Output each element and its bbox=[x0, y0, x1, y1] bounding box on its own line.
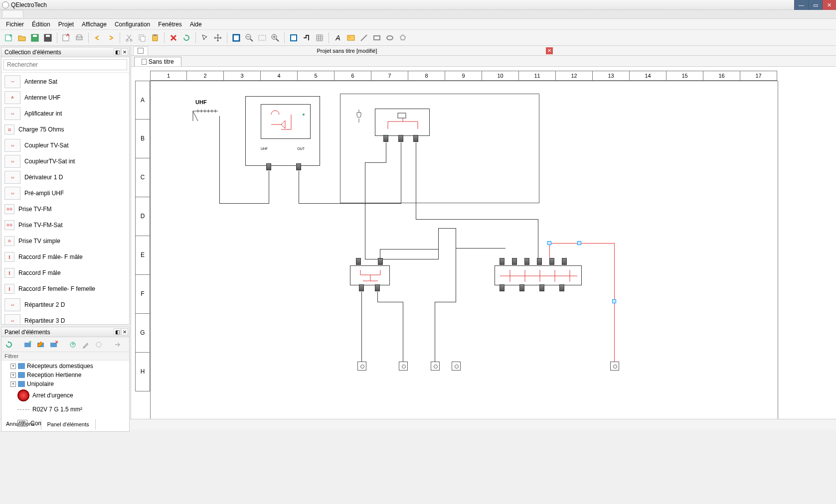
connector[interactable] bbox=[500, 284, 504, 291]
drawing-canvas[interactable]: 1234567891011121314151617 ABCDEFGH UHF bbox=[131, 67, 836, 419]
connector[interactable] bbox=[539, 284, 544, 291]
selection-handle[interactable] bbox=[547, 241, 551, 245]
zoom-in-button[interactable] bbox=[269, 32, 281, 44]
collection-item[interactable]: ▭Coupleur TV-Sat bbox=[1, 137, 129, 153]
panel-undock-button[interactable]: ◧ bbox=[114, 48, 121, 55]
selection-handle[interactable] bbox=[577, 241, 581, 245]
bottom-tab-undo[interactable]: Annulations bbox=[0, 419, 41, 430]
delete-button[interactable] bbox=[167, 32, 179, 44]
bottom-tab-panel-elements[interactable]: Panel d'éléments bbox=[41, 419, 96, 430]
open-button[interactable] bbox=[16, 32, 28, 44]
connector[interactable] bbox=[524, 258, 529, 265]
rotate-button[interactable] bbox=[180, 32, 192, 44]
collection-item[interactable]: ▭Pré-ampli UHF bbox=[1, 185, 129, 201]
connector[interactable] bbox=[266, 163, 271, 170]
fit-window-button[interactable] bbox=[230, 32, 242, 44]
menu-projet[interactable]: Projet bbox=[54, 19, 78, 29]
print-button[interactable] bbox=[73, 32, 85, 44]
polygon-tool-button[interactable] bbox=[397, 32, 409, 44]
collection-item[interactable]: ΩCharge 75 Ohms bbox=[1, 122, 129, 137]
edit-category-button[interactable] bbox=[35, 339, 46, 350]
tree-leaf[interactable]: Arret d'urgence bbox=[3, 388, 127, 402]
connector[interactable] bbox=[375, 284, 380, 291]
panel-undock-button[interactable]: ◧ bbox=[114, 328, 121, 335]
menu-fenetres[interactable]: Fenêtres bbox=[154, 19, 185, 29]
copy-button[interactable] bbox=[136, 32, 148, 44]
save-button[interactable] bbox=[29, 32, 41, 44]
collection-item[interactable]: ‖Raccord F mâle- F mâle bbox=[1, 249, 129, 265]
tree-item[interactable]: +Unipolaire bbox=[3, 379, 127, 388]
tv-outlet[interactable] bbox=[452, 362, 461, 371]
new-project-button[interactable]: + bbox=[3, 32, 15, 44]
splitter-component[interactable] bbox=[375, 109, 430, 136]
edit-element-button[interactable] bbox=[80, 339, 91, 350]
image-tool-button[interactable] bbox=[345, 32, 357, 44]
new-element-button[interactable]: + bbox=[67, 339, 78, 350]
tv-outlet[interactable] bbox=[399, 362, 408, 371]
distributor-4d-component[interactable] bbox=[495, 265, 582, 285]
menu-edition[interactable]: Édition bbox=[28, 19, 54, 29]
ellipse-tool-button[interactable] bbox=[384, 32, 396, 44]
connector[interactable] bbox=[559, 284, 564, 291]
connector[interactable] bbox=[562, 258, 567, 265]
save-as-button[interactable] bbox=[42, 32, 54, 44]
connector[interactable] bbox=[512, 258, 517, 265]
connector[interactable] bbox=[359, 284, 364, 291]
collection-item[interactable]: ▭Aplificateur int bbox=[1, 106, 129, 122]
panel-close-button[interactable]: ✕ bbox=[121, 48, 128, 55]
amplifier-component[interactable]: UHF OUT bbox=[245, 96, 320, 166]
import-element-button[interactable] bbox=[112, 339, 123, 350]
connector[interactable] bbox=[296, 163, 301, 170]
maximize-button[interactable]: ▭ bbox=[808, 0, 822, 10]
undo-button[interactable] bbox=[92, 32, 104, 44]
connector[interactable] bbox=[398, 135, 403, 142]
close-project-tab-button[interactable]: ✕ bbox=[546, 47, 553, 54]
collection-item[interactable]: ⊙⊙Prise TV-FM bbox=[1, 201, 129, 217]
cut-button[interactable] bbox=[123, 32, 135, 44]
conductor-default-button[interactable] bbox=[288, 32, 300, 44]
connector[interactable] bbox=[549, 258, 554, 265]
tree-item[interactable]: +Reception Hertienne bbox=[3, 371, 127, 379]
text-tool-button[interactable]: A bbox=[332, 32, 344, 44]
sheet-tab[interactable]: Sans titre bbox=[134, 57, 181, 66]
collection-item[interactable]: ▭CoupleurTV-Sat int bbox=[1, 153, 129, 169]
grid-button[interactable] bbox=[314, 32, 326, 44]
menu-configuration[interactable]: Configuration bbox=[111, 19, 154, 29]
panel-close-button[interactable]: ✕ bbox=[121, 328, 128, 335]
rect-tool-button[interactable] bbox=[371, 32, 383, 44]
tv-outlet[interactable] bbox=[431, 362, 440, 371]
connector[interactable] bbox=[519, 284, 524, 291]
distributor-2d-component[interactable] bbox=[350, 265, 390, 285]
close-button[interactable]: ✕ bbox=[822, 0, 836, 10]
collection-item[interactable]: ▭Dérivateur 1 D bbox=[1, 169, 129, 185]
new-category-button[interactable]: + bbox=[22, 339, 33, 350]
collection-item[interactable]: ▭Répartiteur 3 D bbox=[1, 313, 129, 324]
tv-outlet[interactable] bbox=[610, 362, 619, 371]
move-tool-button[interactable] bbox=[212, 32, 224, 44]
delete-element-button[interactable] bbox=[93, 339, 104, 350]
collection-item[interactable]: ▭Répartiteur 2 D bbox=[1, 297, 129, 313]
background-tab[interactable] bbox=[2, 10, 23, 17]
element-collection-list[interactable]: 〰Antenne Sat ⋔Antenne UHF ▭Aplificateur … bbox=[1, 73, 129, 324]
menu-affichage[interactable]: Affichage bbox=[78, 19, 111, 29]
tv-outlet[interactable] bbox=[357, 362, 366, 371]
collection-item[interactable]: ‖Raccord F femelle- F femelle bbox=[1, 281, 129, 297]
collection-item[interactable]: 〰Antenne Sat bbox=[1, 74, 129, 90]
connector[interactable] bbox=[378, 258, 383, 265]
uhf-antenna-symbol[interactable] bbox=[190, 109, 220, 124]
menu-aide[interactable]: Aide bbox=[186, 19, 206, 29]
zoom-fit-button[interactable] bbox=[256, 32, 268, 44]
selection-handle[interactable] bbox=[612, 299, 616, 303]
minimize-button[interactable]: — bbox=[794, 0, 808, 10]
collection-item[interactable]: ⊙⊙Prise TV-FM-Sat bbox=[1, 217, 129, 233]
collection-item[interactable]: ‖Raccord F mâle bbox=[1, 265, 129, 281]
paste-button[interactable] bbox=[149, 32, 161, 44]
select-tool-button[interactable] bbox=[199, 32, 211, 44]
delete-category-button[interactable]: ✕ bbox=[48, 339, 59, 350]
line-tool-button[interactable] bbox=[358, 32, 370, 44]
connector[interactable] bbox=[383, 135, 388, 142]
connector[interactable] bbox=[356, 258, 361, 265]
menu-fichier[interactable]: Fichier bbox=[2, 19, 28, 29]
collection-item[interactable]: ⊙Prise TV simple bbox=[1, 233, 129, 249]
tree-leaf[interactable]: R02V 7 G 1.5 mm² bbox=[3, 402, 127, 416]
